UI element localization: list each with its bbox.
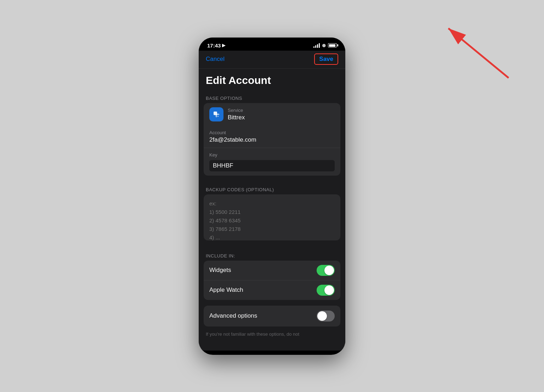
account-field-label: Account — [209, 130, 335, 135]
base-options-label: BASE OPTIONS — [199, 90, 345, 103]
include-in-card: Widgets Apple Watch — [204, 261, 340, 300]
wifi-icon: ⊛ — [322, 43, 326, 48]
status-bar: 17:43 ▶ ⊛ — [199, 38, 345, 51]
base-options-card: + Service Bittrex Account 2fa@2stable.co… — [204, 103, 340, 176]
content-area: Edit Account BASE OPTIONS + Service — [199, 69, 345, 351]
service-field-label: Service — [228, 108, 245, 113]
widgets-row: Widgets — [204, 261, 340, 280]
key-row[interactable]: Key BHHBF — [204, 148, 340, 176]
service-text: Service Bittrex — [228, 108, 245, 121]
backup-codes-label: BACKUP CODES (OPTIONAL) — [199, 181, 345, 194]
battery-fill — [329, 44, 335, 47]
key-value: BHHBF — [209, 160, 335, 171]
apple-watch-toggle[interactable] — [317, 285, 335, 296]
signal-bar-2 — [315, 45, 316, 48]
signal-bar-1 — [313, 46, 314, 48]
service-app-icon: + — [209, 107, 223, 121]
widgets-toggle[interactable] — [317, 265, 335, 276]
page-title: Edit Account — [199, 69, 345, 90]
battery-icon — [328, 43, 337, 47]
apple-watch-row: Apple Watch — [204, 280, 340, 300]
phone-frame: 17:43 ▶ ⊛ Cancel Save Edit Account BASE … — [199, 38, 345, 355]
status-icons: ⊛ — [313, 43, 337, 48]
advanced-options-footer: If you're not familiar with these option… — [199, 330, 345, 338]
widgets-label: Widgets — [209, 267, 231, 274]
account-row[interactable]: Account 2fa@2stable.com — [204, 126, 340, 148]
service-value: Bittrex — [228, 114, 245, 121]
time-display: 17:43 — [207, 42, 221, 49]
advanced-options-card: Advanced options — [204, 306, 340, 326]
account-value: 2fa@2stable.com — [209, 136, 335, 143]
advanced-options-toggle-knob — [317, 311, 327, 321]
svg-text:+: + — [217, 115, 219, 118]
signal-bar-4 — [319, 43, 320, 48]
save-button[interactable]: Save — [314, 53, 338, 65]
widgets-toggle-knob — [324, 266, 334, 275]
cancel-button[interactable]: Cancel — [206, 56, 225, 63]
include-in-label: INCLUDE IN: — [199, 248, 345, 261]
nav-bar: Cancel Save — [199, 51, 345, 69]
signal-bars-icon — [313, 43, 320, 48]
status-time: 17:43 ▶ — [207, 42, 225, 49]
location-icon: ▶ — [222, 43, 225, 48]
service-row: + Service Bittrex — [204, 103, 340, 126]
svg-line-1 — [448, 28, 509, 78]
advanced-options-label: Advanced options — [209, 312, 257, 319]
signal-bar-3 — [317, 44, 318, 48]
arrow-annotation — [438, 18, 516, 83]
apple-watch-toggle-knob — [324, 285, 334, 295]
apple-watch-label: Apple Watch — [209, 286, 243, 294]
advanced-options-toggle[interactable] — [317, 311, 335, 322]
backup-codes-input[interactable] — [204, 194, 340, 240]
key-field-label: Key — [209, 152, 335, 158]
